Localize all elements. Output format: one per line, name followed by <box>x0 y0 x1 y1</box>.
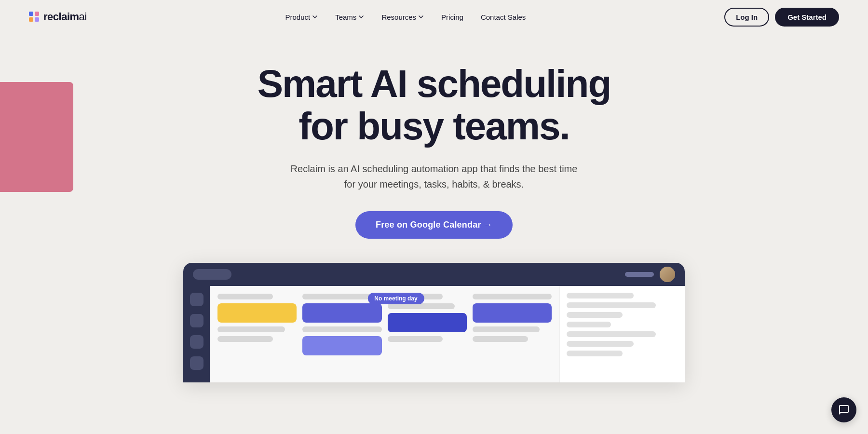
teams-chevron-icon <box>358 14 364 20</box>
nav-product[interactable]: Product <box>278 9 325 25</box>
app-header-pill <box>193 269 231 280</box>
avatar-image <box>660 267 675 282</box>
logo-text: reclaimai <box>43 11 87 23</box>
nav-links: Product Teams Resources Pricing Contact … <box>278 9 532 25</box>
get-started-button[interactable]: Get Started <box>775 8 839 27</box>
panel-line <box>567 293 634 298</box>
resources-chevron-icon <box>418 14 424 20</box>
logo-icon <box>29 12 40 22</box>
logo-dot-pink <box>35 12 39 16</box>
logo-dot-orange <box>29 17 33 22</box>
sidebar-item-4 <box>190 356 203 370</box>
app-header-line <box>625 272 654 277</box>
chat-bubble-button[interactable] <box>831 397 856 422</box>
nav-teams[interactable]: Teams <box>328 9 371 25</box>
cal-line <box>302 326 381 332</box>
cal-line <box>217 326 285 332</box>
calendar-col-2 <box>302 294 381 375</box>
hero-section: Smart AI scheduling for busy teams. Recl… <box>0 34 868 402</box>
nav-contact-sales[interactable]: Contact Sales <box>474 9 532 25</box>
logo-dot-blue <box>29 12 33 16</box>
logo[interactable]: reclaimai <box>29 11 87 23</box>
nav-actions: Log In Get Started <box>724 8 839 27</box>
cal-block-yellow <box>217 303 297 323</box>
cal-line <box>302 294 370 299</box>
calendar-col-3 <box>388 294 467 375</box>
panel-line <box>567 341 634 347</box>
sidebar-item-2 <box>190 314 203 327</box>
app-header-right <box>625 267 675 282</box>
nav-pricing[interactable]: Pricing <box>434 9 470 25</box>
hero-subtitle: Reclaim is an AI scheduling automation a… <box>289 161 579 192</box>
panel-line <box>567 351 623 356</box>
cal-block-blue-2 <box>473 303 552 323</box>
hero-title: Smart AI scheduling for busy teams. <box>258 63 611 148</box>
cal-line <box>473 294 552 299</box>
cal-block-indigo <box>388 313 467 332</box>
panel-line <box>567 331 656 337</box>
panel-line <box>567 302 656 308</box>
no-meeting-badge: No meeting day <box>367 293 424 304</box>
app-header <box>183 263 685 286</box>
logo-dot-purple <box>35 17 39 22</box>
product-chevron-icon <box>312 14 318 20</box>
cta-button[interactable]: Free on Google Calendar → <box>355 211 513 239</box>
avatar <box>660 267 675 282</box>
calendar-col-1 <box>217 294 297 375</box>
chat-icon <box>838 404 850 416</box>
decorative-pink-block <box>0 82 73 192</box>
calendar-content: No meeting day <box>210 286 559 382</box>
sidebar-item-3 <box>190 335 203 349</box>
app-right-panel <box>559 286 685 382</box>
app-preview: No meeting day <box>183 263 685 382</box>
cal-block-blue-light <box>302 336 381 355</box>
logo-dot-grid <box>29 12 40 22</box>
sidebar-item-1 <box>190 293 203 306</box>
app-body: No meeting day <box>183 286 685 382</box>
cal-line <box>217 294 273 299</box>
navbar: reclaimai Product Teams Resources Pricin… <box>0 0 868 34</box>
nav-resources[interactable]: Resources <box>375 9 431 25</box>
cal-line <box>217 336 273 342</box>
cal-line <box>473 326 540 332</box>
cal-block-blue <box>302 303 381 323</box>
calendar-col-4 <box>473 294 552 375</box>
cal-line <box>388 336 443 342</box>
panel-line <box>567 322 611 327</box>
panel-line <box>567 312 623 318</box>
cal-line <box>473 336 528 342</box>
app-sidebar <box>183 286 210 382</box>
login-button[interactable]: Log In <box>724 8 769 27</box>
